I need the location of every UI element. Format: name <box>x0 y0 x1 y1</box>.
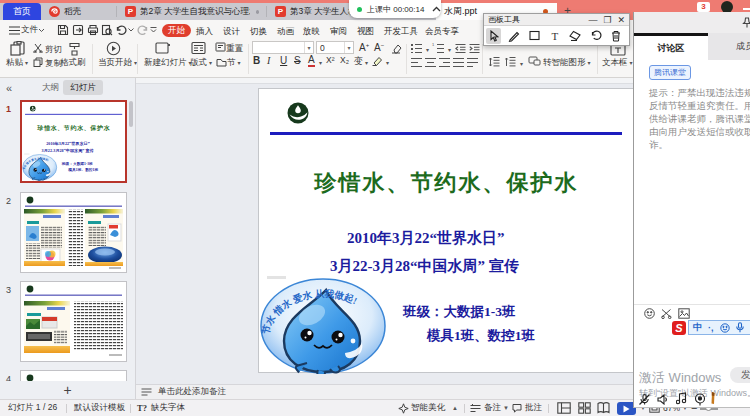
smart-graphic-label[interactable]: 转智能图形▾ <box>543 57 591 69</box>
hamburger-menu-icon[interactable] <box>9 20 20 40</box>
copy-icon[interactable] <box>33 57 43 67</box>
save-icon[interactable] <box>57 20 69 40</box>
tab-outline[interactable]: 大纲 <box>42 82 59 94</box>
format-painter-label[interactable]: 格式刷 <box>60 57 86 69</box>
slide-thumbnail-3[interactable] <box>20 281 127 362</box>
paste-icon[interactable] <box>10 41 28 56</box>
font-size-combo[interactable]: 0▾ <box>316 41 354 54</box>
align-right-icon[interactable] <box>439 58 450 67</box>
screenshot-icon[interactable] <box>661 308 672 319</box>
redo-icon[interactable] <box>137 20 149 40</box>
tab-docer[interactable]: 稻壳 <box>41 3 117 20</box>
cut-label[interactable]: 剪切 <box>45 44 62 56</box>
play-current-label[interactable]: 当页开始▾ <box>98 57 137 69</box>
pin-icon[interactable] <box>742 17 750 28</box>
decrease-font-icon[interactable]: A− <box>374 42 384 53</box>
send-button[interactable]: 发送 <box>730 367 750 383</box>
undo-chevron-icon[interactable] <box>128 20 134 40</box>
strikethrough-icon[interactable]: S <box>294 55 301 66</box>
emoji-icon[interactable] <box>644 308 655 319</box>
clear-format-icon[interactable] <box>390 43 402 54</box>
ribbon-tab-design[interactable]: 设计 <box>223 23 240 39</box>
quick-toolbar-more-icon[interactable] <box>150 20 157 40</box>
numbered-list-icon[interactable] <box>433 44 444 53</box>
layout-label[interactable]: 版式▾ <box>190 57 212 69</box>
board-restore-icon[interactable]: ❐ <box>603 15 611 25</box>
decrease-indent-icon[interactable] <box>455 44 466 53</box>
board-shape-tool-icon[interactable] <box>527 28 542 44</box>
ribbon-tab-view[interactable]: 视图 <box>357 23 374 39</box>
increase-indent-icon[interactable] <box>469 44 480 53</box>
ime-punct-icon[interactable]: ·, <box>708 323 714 333</box>
align-distribute-icon[interactable] <box>467 58 478 67</box>
slide-thumbnail-1[interactable]: 珍惜水、节约水、保护水 2010年3月22“世界水日” 3月22-3月28“中国… <box>20 100 127 183</box>
cut-icon[interactable] <box>33 43 43 53</box>
ribbon-tab-animation[interactable]: 动画 <box>277 23 294 39</box>
ribbon-tab-start[interactable]: 开始 <box>162 24 191 37</box>
italic-icon[interactable]: I <box>267 55 270 66</box>
class-timer-pill[interactable]: 上课中 00:00:14 <box>349 0 441 18</box>
beautify-icon[interactable] <box>398 400 409 416</box>
format-painter-icon[interactable] <box>68 42 81 56</box>
board-delete-tool-icon[interactable] <box>609 28 624 44</box>
line-spacing-icon[interactable] <box>505 57 516 67</box>
board-pen-tool-icon[interactable] <box>506 28 521 44</box>
normal-view-icon[interactable] <box>557 400 571 416</box>
output-icon[interactable] <box>72 20 84 40</box>
chevron-down-icon[interactable]: ▾ <box>426 46 429 53</box>
font-name-combo[interactable]: ▾ <box>252 41 314 54</box>
text-box-label[interactable]: 文本框▾ <box>602 57 633 69</box>
print-preview-icon[interactable] <box>101 20 113 40</box>
undo-icon[interactable] <box>115 20 127 40</box>
comments-icon[interactable] <box>512 400 522 416</box>
ribbon-tab-member[interactable]: 会员专享 <box>425 23 459 39</box>
ime-toolbar[interactable]: S 中 ·, <box>672 320 750 335</box>
chevron-up-icon[interactable] <box>432 6 441 12</box>
ime-emoji-icon[interactable] <box>720 323 730 333</box>
image-icon[interactable] <box>678 308 690 319</box>
chevron-down-icon[interactable]: ▾ <box>520 60 523 67</box>
board-undo-tool-icon[interactable] <box>588 28 603 44</box>
tab-doc2[interactable]: P 第2章 大学生自我意识与心理发展 <box>117 3 267 20</box>
play-current-icon[interactable] <box>106 41 121 56</box>
slide-class-line2[interactable]: 模具1班、数控1班 <box>427 327 535 345</box>
board-close-icon[interactable]: ✕ <box>617 15 625 25</box>
board-eraser-tool-icon[interactable] <box>568 28 583 44</box>
ime-mode-label[interactable]: 中 <box>693 321 702 334</box>
subscript-icon[interactable]: X₂ <box>340 55 349 65</box>
reset-icon[interactable] <box>215 42 226 52</box>
para-spacing-icon[interactable] <box>489 57 500 67</box>
tab-home[interactable]: 首页 <box>3 3 41 20</box>
slide-thumbnail-2[interactable] <box>20 192 127 273</box>
template-name[interactable]: 默认设计模板 <box>74 400 125 416</box>
record-icon[interactable] <box>694 393 706 406</box>
highlight-icon[interactable] <box>371 56 383 67</box>
chevron-down-icon[interactable]: ▾ <box>304 42 313 53</box>
tab-discussion[interactable]: 讨论区 <box>634 33 708 60</box>
chevron-down-icon[interactable]: ▾ <box>448 46 451 53</box>
ime-mic-icon[interactable] <box>736 322 744 333</box>
bold-icon[interactable]: B <box>253 55 260 66</box>
comments-label[interactable]: 批注 <box>525 400 542 416</box>
sidebar-scrollbar[interactable] <box>129 101 133 127</box>
layout-icon[interactable] <box>191 41 206 55</box>
missing-font-label[interactable]: 缺失字体 <box>151 400 185 416</box>
new-slide-icon[interactable] <box>155 41 171 55</box>
chevron-down-icon[interactable]: ▾ <box>365 59 368 66</box>
status-notes-label[interactable]: 备注 <box>484 400 501 416</box>
ribbon-tab-insert[interactable]: 插入 <box>196 23 213 39</box>
reading-view-icon[interactable] <box>597 400 610 416</box>
section-label[interactable]: 节▾ <box>227 57 241 69</box>
beautify-label[interactable]: 智能美化 <box>411 400 445 416</box>
notes-chevron-icon[interactable]: ▼ <box>503 400 509 416</box>
tab-slides[interactable]: 幻灯片 <box>63 80 103 95</box>
board-text-tool-icon[interactable]: T <box>547 28 562 44</box>
ribbon-tab-slideshow[interactable]: 放映 <box>303 23 320 39</box>
underline-icon[interactable]: U <box>280 55 287 66</box>
slide-title[interactable]: 珍惜水、节约水、保护水 <box>259 168 633 198</box>
speaker-icon[interactable] <box>657 394 669 405</box>
align-center-icon[interactable] <box>425 58 436 67</box>
board-minimize-icon[interactable]: — <box>588 15 597 25</box>
slide-date-line2[interactable]: 3月22-3月28“中国水周” 宣传 <box>330 257 519 276</box>
add-slide-button[interactable]: + <box>0 381 135 399</box>
